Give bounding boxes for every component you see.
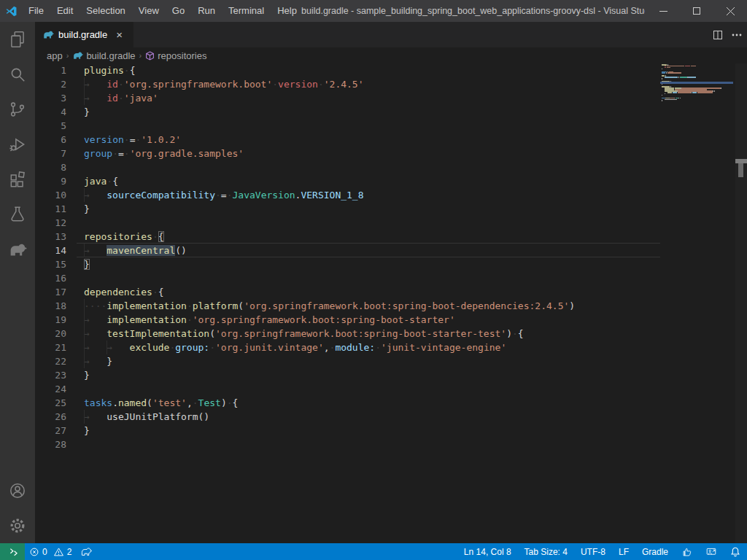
- indentation[interactable]: Tab Size: 4: [518, 543, 574, 560]
- cursor-position[interactable]: Ln 14, Col 8: [457, 543, 518, 560]
- encoding[interactable]: UTF-8: [574, 543, 612, 560]
- problems-indicator[interactable]: 0 2: [25, 543, 76, 560]
- line-number[interactable]: 27: [35, 424, 66, 438]
- menu-help[interactable]: Help: [271, 0, 303, 22]
- overview-ruler[interactable]: [735, 63, 747, 543]
- code-line[interactable]: →testImplementation('org.springframework…: [84, 327, 524, 341]
- line-number[interactable]: 15: [35, 257, 66, 271]
- maximize-button[interactable]: [680, 0, 713, 22]
- menu-view[interactable]: View: [132, 0, 166, 22]
- remote-indicator[interactable]: [0, 543, 25, 560]
- code-token: named: [118, 397, 147, 408]
- code-line[interactable]: group·=·'org.gradle.samples': [84, 147, 244, 160]
- gradle-task-indicator[interactable]: [76, 543, 96, 560]
- code-editor[interactable]: 1234567891011121314151617181920212223242…: [35, 63, 747, 543]
- line-number[interactable]: 21: [35, 341, 66, 354]
- code-line[interactable]: →mavenCentral(): [84, 244, 187, 257]
- vscode-logo-icon[interactable]: [0, 5, 22, 18]
- code-line[interactable]: →sourceCompatibility·=·JavaVersion.VERSI…: [84, 188, 364, 202]
- minimize-button[interactable]: [646, 0, 680, 22]
- code-line[interactable]: →useJUnitPlatform(): [84, 410, 209, 424]
- feedback-thumb-icon[interactable]: [675, 543, 699, 560]
- menu-run[interactable]: Run: [191, 0, 222, 22]
- breadcrumb-item-app[interactable]: app: [47, 50, 63, 61]
- line-number[interactable]: 20: [35, 327, 66, 341]
- line-number[interactable]: 14: [35, 244, 66, 257]
- line-number[interactable]: 7: [35, 147, 66, 160]
- code-line[interactable]: plugins·{: [84, 63, 135, 77]
- code-line[interactable]: version·=·'1.0.2': [84, 133, 181, 147]
- close-button[interactable]: [713, 0, 747, 22]
- minimap-line: [692, 92, 697, 93]
- line-number[interactable]: 16: [35, 271, 66, 285]
- code-line[interactable]: →id·'java': [84, 91, 158, 105]
- line-number[interactable]: 12: [35, 216, 66, 230]
- code-token: JavaVersion: [233, 190, 295, 201]
- line-number[interactable]: 17: [35, 285, 66, 299]
- minimap-line: [662, 95, 662, 96]
- live-share-icon[interactable]: [699, 543, 724, 560]
- minimap[interactable]: [660, 63, 733, 543]
- code-line[interactable]: }: [84, 202, 90, 216]
- code-line[interactable]: →implementation·'org.springframework.boo…: [84, 313, 455, 327]
- code-line[interactable]: }: [84, 424, 90, 438]
- line-number[interactable]: 8: [35, 160, 66, 174]
- line-number[interactable]: 26: [35, 410, 66, 424]
- gradle-icon[interactable]: [0, 232, 35, 267]
- line-number[interactable]: 25: [35, 396, 66, 410]
- testing-icon[interactable]: [0, 197, 35, 232]
- line-number[interactable]: 3: [35, 91, 66, 105]
- line-number[interactable]: 19: [35, 313, 66, 327]
- code-line[interactable]: repositories·{: [84, 230, 164, 244]
- split-editor-icon[interactable]: [712, 29, 724, 41]
- language-mode[interactable]: Gradle: [635, 543, 675, 560]
- line-number[interactable]: 4: [35, 105, 66, 119]
- accounts-icon[interactable]: [0, 473, 35, 508]
- code-line[interactable]: }: [84, 368, 90, 382]
- menu-file[interactable]: File: [22, 0, 50, 22]
- tab-build-gradle[interactable]: build.gradle ×: [35, 22, 133, 47]
- code-token: java: [84, 176, 107, 187]
- code-line[interactable]: tasks.named('test',·Test)·{: [84, 396, 238, 410]
- line-number[interactable]: 23: [35, 368, 66, 382]
- space-whitespace-icon: ·: [375, 342, 381, 353]
- line-number[interactable]: 5: [35, 119, 66, 133]
- search-icon[interactable]: [0, 57, 35, 92]
- run-and-debug-icon[interactable]: [0, 127, 35, 162]
- code-line[interactable]: }: [84, 257, 90, 271]
- explorer-icon[interactable]: [0, 22, 35, 57]
- tab-close-icon[interactable]: ×: [116, 29, 123, 40]
- line-number[interactable]: 13: [35, 230, 66, 244]
- line-number[interactable]: 1: [35, 63, 66, 77]
- line-number[interactable]: 10: [35, 188, 66, 202]
- source-control-icon[interactable]: [0, 92, 35, 127]
- code-line[interactable]: →→exclude·group:·'org.junit.vintage',·mo…: [84, 341, 506, 354]
- code-line[interactable]: ····implementation·platform('org.springf…: [84, 299, 575, 313]
- menu-terminal[interactable]: Terminal: [222, 0, 271, 22]
- line-number[interactable]: 9: [35, 174, 66, 188]
- line-number[interactable]: 6: [35, 133, 66, 147]
- breadcrumb-item-file[interactable]: build.gradle: [72, 50, 135, 61]
- menu-edit[interactable]: Edit: [50, 0, 80, 22]
- menu-go[interactable]: Go: [166, 0, 191, 22]
- code-line[interactable]: dependencies·{: [84, 285, 164, 299]
- settings-icon[interactable]: [0, 508, 35, 543]
- breadcrumb-item-symbol[interactable]: repositories: [145, 50, 206, 61]
- code-line[interactable]: java·{: [84, 174, 118, 188]
- line-number[interactable]: 22: [35, 354, 66, 368]
- code-line[interactable]: →id·'org.springframework.boot'·version·'…: [84, 77, 364, 91]
- line-number[interactable]: 2: [35, 77, 66, 91]
- code-line[interactable]: →}: [84, 354, 112, 368]
- eol-sequence[interactable]: LF: [612, 543, 635, 560]
- code-line[interactable]: }: [84, 105, 90, 119]
- notifications-bell-icon[interactable]: [724, 543, 747, 560]
- line-number[interactable]: 24: [35, 382, 66, 396]
- line-number[interactable]: 18: [35, 299, 66, 313]
- extensions-icon[interactable]: [0, 162, 35, 197]
- line-number[interactable]: 28: [35, 438, 66, 451]
- more-actions-icon[interactable]: [731, 29, 743, 41]
- code-token: id: [107, 79, 118, 90]
- menu-selection[interactable]: Selection: [80, 0, 131, 22]
- code-token: {: [158, 231, 164, 242]
- line-number[interactable]: 11: [35, 202, 66, 216]
